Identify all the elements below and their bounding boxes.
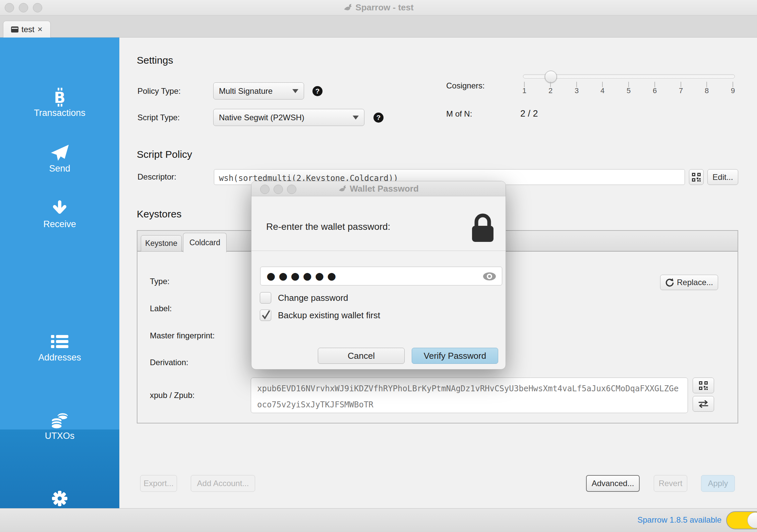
- m-of-n-label: M of N:: [446, 109, 472, 119]
- svg-text:B: B: [54, 89, 65, 106]
- sparrow-bird-icon: [338, 185, 346, 193]
- keystore-xpub-label: xpub / Zpub:: [150, 391, 194, 400]
- xpub-switch-format-button[interactable]: [693, 396, 714, 412]
- tick-label-8: 8: [700, 86, 713, 95]
- keystore-replace-button[interactable]: Replace...: [660, 275, 718, 290]
- undo-arrow-icon: [665, 278, 674, 287]
- keystore-fingerprint-label: Master fingerprint:: [150, 331, 215, 340]
- keystore-tab-keystone[interactable]: Keystone: [141, 235, 182, 252]
- wallet-tab-label: test: [21, 25, 35, 34]
- keystone-tab-label: Keystone: [145, 239, 177, 248]
- sidebar-item-receive[interactable]: Receive: [0, 199, 119, 229]
- dialog-title-group: Wallet Password: [251, 181, 506, 196]
- export-button-label: Export...: [143, 479, 173, 488]
- policy-type-help-icon[interactable]: ?: [312, 86, 323, 96]
- arrow-down-icon: [0, 199, 119, 218]
- dialog-divider: [251, 251, 506, 251]
- cancel-button[interactable]: Cancel: [318, 348, 405, 364]
- wallet-icon: [11, 26, 18, 32]
- qr-code-icon: [699, 381, 708, 390]
- show-password-eye-icon[interactable]: [482, 272, 497, 281]
- sidebar-item-utxos[interactable]: UTXOs: [0, 411, 119, 441]
- window-title: Sparrow - test: [355, 2, 413, 13]
- keystore-type-label: Type:: [150, 277, 170, 286]
- keystores-heading: Keystores: [137, 208, 181, 220]
- coldcard-tab-label: Coldcard: [189, 238, 220, 247]
- backup-wallet-checkbox[interactable]: [260, 310, 271, 321]
- tick-label-1: 1: [518, 86, 531, 95]
- qr-code-icon: [692, 173, 701, 182]
- sidebar-item-label: UTXOs: [0, 431, 119, 441]
- apply-button[interactable]: Apply: [701, 475, 735, 492]
- sidebar-item-label: Receive: [0, 219, 119, 229]
- window-title-group: Sparrow - test: [0, 0, 757, 15]
- sparrow-app-window: Sparrow - test test × B Transactions Sen…: [0, 0, 757, 532]
- xpub-textarea[interactable]: xpub6EVD16NVrvhxWJ9iKDZVfhRYPhoLBrKyPtmN…: [251, 378, 688, 413]
- statusbar: Sparrow 1.8.5 available: [0, 508, 757, 532]
- bitcoin-icon: B: [0, 88, 119, 107]
- coins-icon: [0, 411, 119, 429]
- update-available-link[interactable]: Sparrow 1.8.5 available: [637, 515, 721, 525]
- sidebar-item-label: Transactions: [0, 108, 119, 118]
- list-icon: [0, 332, 119, 351]
- policy-type-value: Multi Signature: [219, 86, 273, 96]
- add-account-button[interactable]: Add Account...: [191, 475, 255, 492]
- script-type-dropdown[interactable]: Native Segwit (P2WSH): [213, 109, 364, 126]
- settings-heading: Settings: [137, 55, 173, 66]
- change-password-label: Change password: [278, 293, 348, 303]
- tick-label-2: 2: [544, 86, 557, 95]
- wallet-password-dialog: Wallet Password Re-enter the wallet pass…: [251, 181, 506, 370]
- sidebar-item-transactions[interactable]: B Transactions: [0, 88, 119, 118]
- m-of-n-value: 2 / 2: [520, 109, 538, 119]
- tick-label-4: 4: [596, 86, 609, 95]
- wallet-tab-test[interactable]: test ×: [3, 21, 51, 38]
- script-type-help-icon[interactable]: ?: [373, 113, 384, 123]
- sidebar-item-addresses[interactable]: Addresses: [0, 332, 119, 363]
- dialog-titlebar: Wallet Password: [251, 181, 506, 196]
- tick-label-6: 6: [648, 86, 661, 95]
- paper-plane-icon: [0, 143, 119, 162]
- tab-close-icon[interactable]: ×: [38, 24, 43, 35]
- cosigners-label: Cosigners:: [446, 81, 485, 90]
- advanced-button[interactable]: Advanced...: [586, 475, 640, 492]
- replace-button-label: Replace...: [677, 278, 713, 287]
- password-mask: ●●●●●●: [267, 270, 339, 282]
- descriptor-qr-button[interactable]: [689, 169, 704, 185]
- checkmark-icon: [260, 308, 272, 321]
- xpub-qr-button[interactable]: [693, 378, 714, 393]
- policy-type-dropdown[interactable]: Multi Signature: [213, 82, 304, 99]
- statusbar-toggle[interactable]: [726, 511, 757, 529]
- tick-label-9: 9: [726, 86, 740, 95]
- export-button[interactable]: Export...: [140, 475, 177, 492]
- chevron-down-icon: [353, 116, 359, 120]
- backup-wallet-label: Backup existing wallet first: [278, 310, 380, 321]
- verify-password-button-label: Verify Password: [424, 351, 486, 361]
- dialog-title: Wallet Password: [350, 184, 419, 194]
- add-account-button-label: Add Account...: [197, 479, 249, 488]
- lock-icon: [471, 212, 494, 243]
- sidebar-item-send[interactable]: Send: [0, 143, 119, 174]
- descriptor-label: Descriptor:: [137, 172, 176, 182]
- revert-button-label: Revert: [659, 479, 683, 488]
- tick-label-3: 3: [570, 86, 583, 95]
- cancel-button-label: Cancel: [348, 351, 375, 361]
- cosigners-slider-handle[interactable]: [545, 71, 557, 83]
- tick-label-7: 7: [674, 86, 688, 95]
- sidebar-item-label: Send: [0, 163, 119, 174]
- chevron-down-icon: [292, 89, 298, 93]
- wallet-tabstrip: test ×: [0, 15, 757, 38]
- keystore-tab-coldcard[interactable]: Coldcard: [183, 233, 227, 252]
- change-password-checkbox[interactable]: [260, 292, 271, 304]
- script-type-label: Script Type:: [137, 113, 180, 122]
- descriptor-edit-button[interactable]: Edit...: [707, 169, 738, 185]
- revert-button[interactable]: Revert: [654, 475, 687, 492]
- edit-button-label: Edit...: [712, 173, 733, 182]
- verify-password-button[interactable]: Verify Password: [412, 348, 498, 364]
- password-input[interactable]: ●●●●●●: [260, 267, 502, 285]
- advanced-button-label: Advanced...: [592, 479, 634, 488]
- policy-type-label: Policy Type:: [137, 86, 181, 96]
- toggle-knob: [747, 512, 757, 528]
- tick-label-5: 5: [622, 86, 635, 95]
- script-policy-heading: Script Policy: [137, 149, 192, 160]
- sidebar: B Transactions Send Receive Addresses: [0, 38, 119, 508]
